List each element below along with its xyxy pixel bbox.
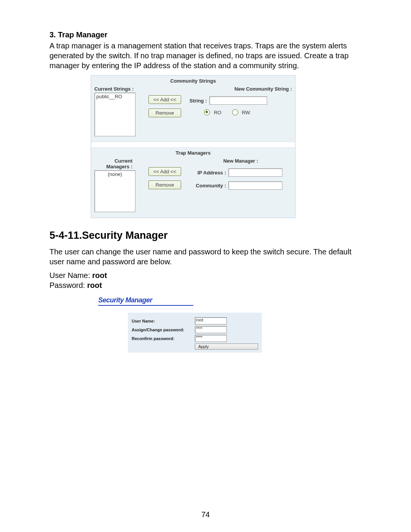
community-strings-section: Current Strings : public__RO << Add << R… xyxy=(91,85,295,142)
manager-add-button[interactable]: << Add << xyxy=(148,167,181,176)
sm-apply-button[interactable]: Apply xyxy=(195,343,258,350)
string-label: String : xyxy=(190,98,207,104)
current-managers-listbox[interactable]: (none) xyxy=(94,170,135,212)
ip-address-label: IP Address : xyxy=(190,170,226,176)
community-input[interactable] xyxy=(228,181,282,190)
page-number: 74 xyxy=(0,510,411,519)
manager-remove-button[interactable]: Remove xyxy=(148,181,181,189)
default-password-line: Password: root xyxy=(49,280,362,290)
community-string-input[interactable] xyxy=(209,96,267,105)
rw-radio[interactable] xyxy=(232,109,238,115)
snmp-config-panel: Community Strings Current Strings : publ… xyxy=(91,75,296,218)
trap-managers-section: Current Managers : (none) << Add << Remo… xyxy=(91,157,295,217)
password-value: root xyxy=(87,281,102,289)
security-manager-heading: 5-4-11.Security Manager xyxy=(49,230,362,241)
community-label: Community : xyxy=(190,183,226,189)
sm-password-input[interactable]: **** xyxy=(195,326,227,333)
sm-username-label: User Name: xyxy=(132,319,195,323)
password-label: Password: xyxy=(49,281,87,289)
community-remove-button[interactable]: Remove xyxy=(148,109,181,117)
trap-manager-heading: 3. Trap Manager xyxy=(49,30,362,39)
security-manager-screenshot: Security Manager User Name: root Assign/… xyxy=(98,296,281,353)
security-manager-title: Security Manager xyxy=(98,296,193,306)
ro-radio[interactable] xyxy=(204,109,210,115)
sm-reconfirm-label: Reconfirm password: xyxy=(132,336,195,341)
current-managers-label: Current Managers : xyxy=(94,158,132,169)
trap-managers-title: Trap Managers xyxy=(91,148,295,157)
trap-manager-description: A trap manager is a management station t… xyxy=(49,41,362,70)
new-community-string-label: New Community String : xyxy=(190,86,292,92)
sm-reconfirm-input[interactable]: **** xyxy=(195,335,227,342)
default-username-line: User Name: root xyxy=(49,270,362,280)
current-strings-listbox[interactable]: public__RO xyxy=(94,93,135,136)
rw-radio-label: RW xyxy=(242,110,250,115)
current-strings-label: Current Strings : xyxy=(94,86,140,92)
community-add-button[interactable]: << Add << xyxy=(148,95,181,104)
username-value: root xyxy=(92,271,107,280)
security-manager-description: The user can change the user name and pa… xyxy=(49,247,362,267)
sm-password-label: Assign/Change password: xyxy=(132,328,195,332)
ip-address-input[interactable] xyxy=(228,168,282,177)
new-manager-label: New Manager : xyxy=(190,158,292,164)
username-label: User Name: xyxy=(49,271,92,280)
ro-radio-label: RO xyxy=(214,110,221,115)
community-strings-title: Community Strings xyxy=(91,76,295,85)
panel-divider xyxy=(91,142,295,148)
security-manager-panel: User Name: root Assign/Change password: … xyxy=(128,313,262,353)
sm-username-input[interactable]: root xyxy=(195,317,227,324)
